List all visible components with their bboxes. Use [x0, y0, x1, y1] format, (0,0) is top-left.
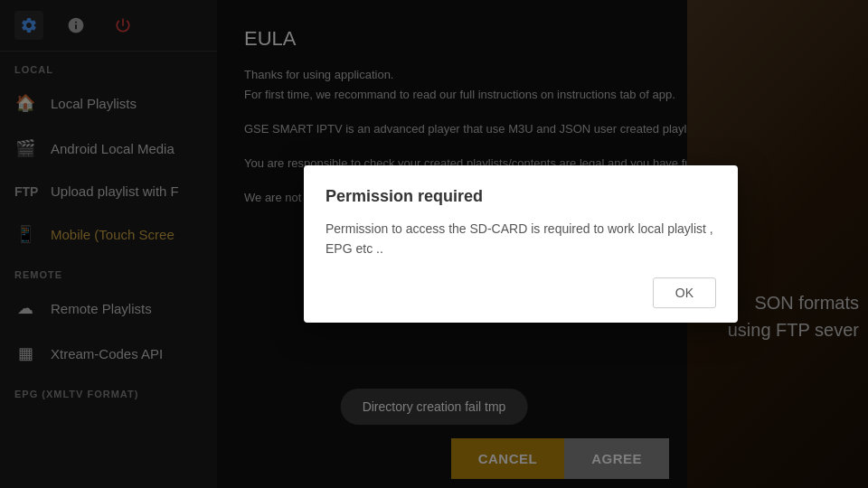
permission-dialog: Permission required Permission to access…: [304, 165, 738, 323]
dialog-title: Permission required: [326, 187, 716, 206]
dialog-body: Permission to access the SD-CARD is requ…: [326, 219, 716, 259]
ok-button[interactable]: OK: [653, 277, 716, 308]
dialog-actions: OK: [326, 277, 716, 308]
